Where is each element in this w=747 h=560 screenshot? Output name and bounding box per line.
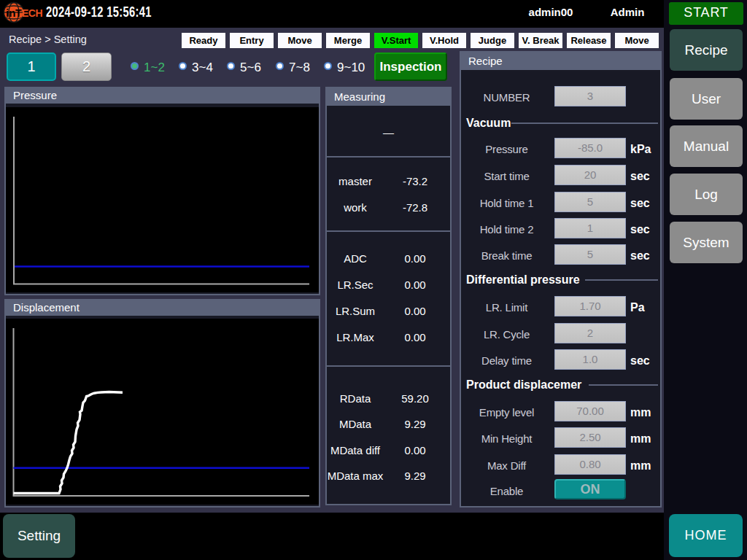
svg-text:in: in: [6, 7, 15, 19]
svg-text:ECH: ECH: [22, 7, 42, 19]
svg-text:T: T: [15, 7, 22, 19]
